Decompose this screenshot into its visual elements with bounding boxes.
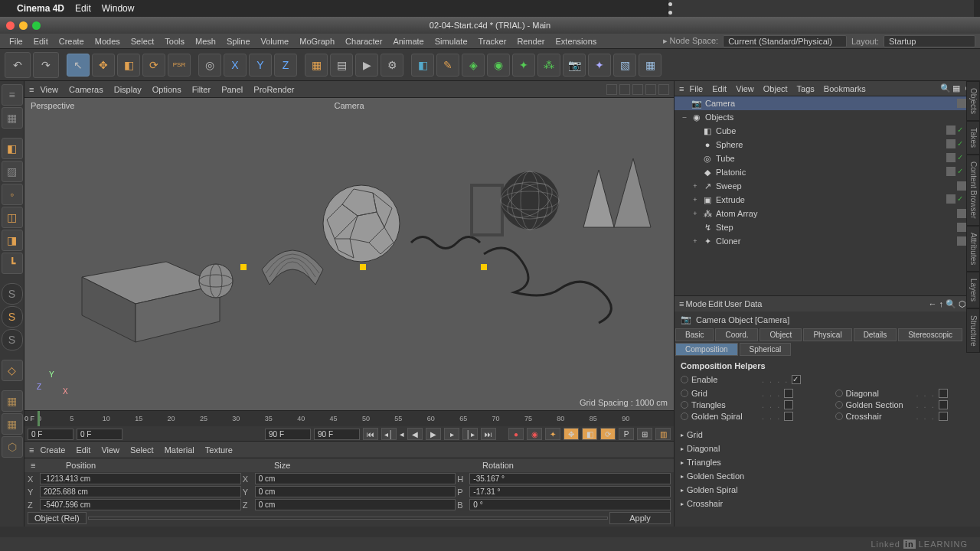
obj-bookmarks-menu[interactable]: Bookmarks bbox=[820, 83, 870, 95]
psr-tool[interactable]: PSR bbox=[168, 54, 191, 77]
size-y-field[interactable] bbox=[255, 486, 456, 497]
pos-y-field[interactable] bbox=[40, 486, 241, 497]
key-r-button[interactable]: ⟳ bbox=[600, 428, 616, 440]
layer-tag[interactable] bbox=[957, 209, 966, 218]
app-name[interactable]: Cinema 4D bbox=[17, 3, 64, 14]
coord-size-dropdown[interactable] bbox=[88, 517, 608, 520]
animate-menu[interactable]: Animate bbox=[388, 35, 428, 47]
tree-row-platonic[interactable]: ◆Platonic✓ bbox=[675, 165, 980, 179]
grid-checkbox[interactable] bbox=[784, 389, 793, 398]
render-settings-button[interactable]: ⚙ bbox=[381, 54, 403, 77]
mat-edit-menu[interactable]: Edit bbox=[71, 444, 95, 456]
viewport[interactable]: Perspective Camera Grid Spacing : 1000 c… bbox=[24, 98, 674, 410]
tree-row-objects[interactable]: –◉Objects bbox=[675, 110, 980, 124]
visible-tag[interactable]: ✓ bbox=[957, 153, 966, 162]
add-deformer-button[interactable]: ◉ bbox=[487, 54, 510, 77]
tree-row-step[interactable]: ↯Step✓ bbox=[675, 220, 980, 234]
axis-z-button[interactable]: Z bbox=[274, 54, 297, 77]
mode-edge-button[interactable]: ◫ bbox=[2, 207, 23, 228]
param-dot[interactable] bbox=[681, 401, 688, 409]
step-back-button[interactable]: ◂ bbox=[400, 429, 404, 439]
zoom-icon[interactable] bbox=[32, 21, 41, 30]
hamburger-icon[interactable]: ≡ bbox=[29, 445, 34, 455]
pos-x-field[interactable] bbox=[40, 473, 241, 484]
tree-row-sphere[interactable]: ●Sphere✓ bbox=[675, 138, 980, 152]
mat-material-menu[interactable]: Material bbox=[160, 444, 199, 456]
section-grid[interactable]: ▸Grid bbox=[681, 428, 974, 442]
crosshair-checkbox[interactable] bbox=[939, 412, 948, 421]
obj-tags-menu[interactable]: Tags bbox=[793, 83, 818, 95]
param-dot[interactable] bbox=[681, 390, 688, 397]
attr-mode-menu[interactable]: Mode bbox=[685, 299, 707, 308]
search2-icon[interactable]: 🔍 bbox=[946, 299, 956, 309]
prorender-menu[interactable]: ProRender bbox=[249, 83, 299, 96]
key-grid-button[interactable]: ⊞ bbox=[637, 428, 652, 440]
expand-icon[interactable]: + bbox=[691, 196, 699, 204]
param-dot[interactable] bbox=[681, 376, 688, 383]
tab-details[interactable]: Details bbox=[854, 328, 897, 341]
golden-section-checkbox[interactable] bbox=[939, 400, 948, 409]
handle-left[interactable] bbox=[240, 264, 247, 270]
start-frame-field[interactable] bbox=[77, 429, 122, 440]
visible-tag[interactable]: ✓ bbox=[957, 194, 966, 204]
dock-tab-takes[interactable]: Takes bbox=[966, 121, 980, 155]
key-param-button[interactable]: P bbox=[619, 428, 634, 440]
visible-tag[interactable]: ✓ bbox=[957, 126, 966, 135]
render-menu[interactable]: Render bbox=[512, 35, 549, 47]
node-space-dropdown[interactable]: Current (Standard/Physical) bbox=[723, 35, 847, 47]
tab-stereoscopic[interactable]: Stereoscopic bbox=[898, 328, 962, 341]
mode-cube-button[interactable]: ◧ bbox=[2, 138, 23, 159]
mode-point-button[interactable]: ◦ bbox=[2, 184, 23, 205]
visible-tag[interactable]: ✓ bbox=[957, 139, 966, 148]
obj-file-menu[interactable]: File bbox=[685, 83, 707, 95]
prev-key-button[interactable]: ◂│ bbox=[381, 428, 397, 440]
handle-right[interactable] bbox=[481, 264, 487, 270]
display-menu[interactable]: Display bbox=[109, 83, 146, 96]
diagonal-checkbox[interactable] bbox=[939, 389, 948, 398]
tab-physical[interactable]: Physical bbox=[803, 328, 851, 341]
add-generator-button[interactable]: ◈ bbox=[462, 54, 485, 77]
mode-texture-button[interactable]: ▨ bbox=[2, 161, 23, 182]
add-mograph-button[interactable]: ⁂ bbox=[537, 54, 560, 77]
extensions-menu[interactable]: Extensions bbox=[550, 35, 601, 47]
obj-view-menu[interactable]: View bbox=[732, 83, 758, 95]
volume-menu[interactable]: Volume bbox=[256, 35, 294, 47]
autokey-button[interactable]: ◉ bbox=[527, 428, 542, 440]
expand-icon[interactable]: + bbox=[691, 210, 699, 217]
mac-edit-menu[interactable]: Edit bbox=[75, 3, 91, 14]
hamburger-icon[interactable]: ≡ bbox=[679, 84, 684, 93]
record-button[interactable]: ● bbox=[508, 428, 524, 440]
mode-polygon-button[interactable]: ◨ bbox=[2, 230, 23, 251]
expand-icon[interactable]: + bbox=[691, 182, 699, 190]
goto-start-button[interactable]: ⏮ bbox=[363, 428, 378, 440]
undo-button[interactable]: ↶ bbox=[5, 52, 31, 78]
param-dot[interactable] bbox=[835, 390, 843, 397]
snap-2-button[interactable]: S bbox=[2, 306, 23, 328]
add-camera-button[interactable]: 📷 bbox=[563, 54, 586, 77]
grid-3-button[interactable]: ⬡ bbox=[2, 436, 23, 458]
tree-row-camera[interactable]: 📷Camera⊕ bbox=[675, 96, 980, 110]
mograph-menu[interactable]: MoGraph bbox=[295, 35, 339, 47]
mode-axis-button[interactable]: ┗ bbox=[2, 253, 23, 274]
dock-tab-objects[interactable]: Objects bbox=[966, 81, 980, 121]
expand-icon[interactable]: + bbox=[691, 237, 699, 245]
tab-composition[interactable]: Composition bbox=[675, 343, 738, 356]
key-bars-button[interactable]: ▥ bbox=[655, 428, 671, 440]
key-p-button[interactable]: ✥ bbox=[564, 428, 579, 440]
mat-texture-menu[interactable]: Texture bbox=[201, 444, 237, 456]
tab-coord[interactable]: Coord. bbox=[715, 328, 758, 341]
layer-tag[interactable] bbox=[957, 236, 966, 246]
mat-view-menu[interactable]: View bbox=[96, 444, 124, 456]
layer-tag[interactable] bbox=[946, 126, 956, 135]
step-fwd-button[interactable]: ▸ bbox=[444, 428, 459, 440]
enable-checkbox[interactable] bbox=[792, 375, 801, 384]
up-icon[interactable]: ↑ bbox=[939, 299, 944, 309]
coord-mode-dropdown[interactable]: Object (Rel) bbox=[28, 512, 87, 524]
object-tree[interactable]: 📷Camera⊕–◉Objects◧Cube✓●Sphere✓◎Tube✓◆Pl… bbox=[675, 96, 980, 295]
add-light-button[interactable]: ✦ bbox=[588, 54, 611, 77]
tree-row-atom-array[interactable]: +⁂Atom Array✓ bbox=[675, 207, 980, 220]
viewport-layout-icons[interactable] bbox=[606, 84, 669, 95]
lock-icon[interactable]: ⬡ bbox=[959, 299, 966, 309]
select-tool[interactable]: ↖ bbox=[67, 54, 90, 77]
view-menu[interactable]: View bbox=[35, 83, 63, 96]
